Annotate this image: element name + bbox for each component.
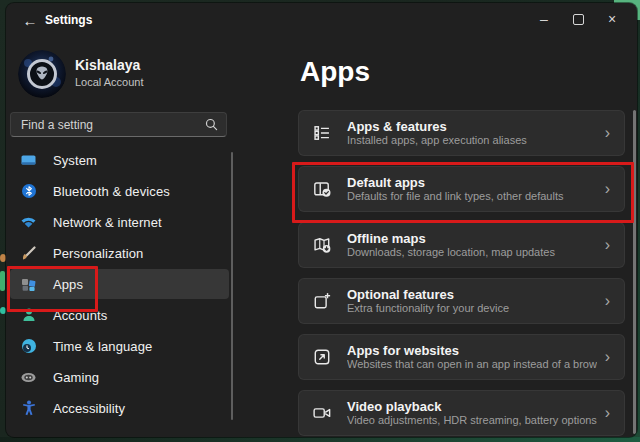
user-name: Kishalaya: [75, 57, 140, 73]
page-title: Apps: [300, 56, 370, 88]
annotation-box-sidebar-apps: [7, 266, 98, 312]
row-text: Apps for websites Websites that can open…: [347, 343, 597, 371]
search-input[interactable]: [19, 117, 205, 133]
desktop-artifact: [0, 271, 5, 291]
annotation-box-default-apps: [292, 162, 634, 223]
row-subtitle: Websites that can open in an app instead…: [347, 358, 597, 371]
search-box: [10, 112, 227, 137]
row-text: Optional features Extra functionality fo…: [347, 287, 597, 315]
search-icon: [205, 118, 218, 131]
chevron-right-icon: ›: [605, 237, 610, 253]
alien-avatar-image: [18, 50, 66, 98]
row-title: Apps for websites: [347, 343, 597, 358]
sidebar-item-label: Personalization: [53, 246, 143, 261]
sidebar-item-gaming[interactable]: Gaming: [10, 362, 229, 392]
sidebar-item-personalization[interactable]: Personalization: [10, 238, 229, 268]
window-title: Settings: [45, 13, 92, 27]
row-text: Video playback Video adjustments, HDR st…: [347, 399, 597, 427]
time-language-icon: [20, 338, 37, 355]
back-icon[interactable]: ←: [19, 10, 41, 30]
personalization-icon: [20, 245, 37, 262]
sidebar-item-time-language[interactable]: Time & language: [10, 331, 229, 361]
sidebar-item-system[interactable]: System: [10, 145, 229, 175]
row-subtitle: Installed apps, app execution aliases: [347, 134, 597, 147]
minimize-button[interactable]: –: [527, 7, 561, 31]
row-title: Optional features: [347, 287, 597, 302]
avatar[interactable]: [18, 50, 66, 98]
desktop-artifact: [0, 437, 640, 442]
row-apps-for-websites[interactable]: Apps for websites Websites that can open…: [298, 334, 625, 380]
sidebar-item-label: System: [53, 153, 97, 168]
row-offline-maps[interactable]: Offline maps Downloads, storage location…: [298, 222, 625, 268]
sidebar-item-label: Gaming: [53, 370, 99, 385]
row-subtitle: Video adjustments, HDR streaming, batter…: [347, 414, 597, 427]
row-title: Apps & features: [347, 119, 597, 134]
sidebar-item-bluetooth-devices[interactable]: Bluetooth & devices: [10, 176, 229, 206]
row-text: Offline maps Downloads, storage location…: [347, 231, 597, 259]
desktop-background: ← Settings – ×: [0, 0, 640, 442]
accessibility-icon: [20, 400, 37, 417]
close-button[interactable]: ×: [595, 7, 629, 31]
network-icon: [20, 214, 37, 231]
row-title: Offline maps: [347, 231, 597, 246]
main-scrollbar[interactable]: [633, 110, 636, 434]
row-apps-and-features[interactable]: Apps & features Installed apps, app exec…: [298, 110, 625, 156]
sidebar-item-label: Bluetooth & devices: [53, 184, 170, 199]
sidebar-item-label: Accessibility: [53, 401, 125, 416]
maximize-button[interactable]: [561, 7, 595, 31]
chevron-right-icon: ›: [605, 293, 610, 309]
user-account-type: Local Account: [75, 76, 144, 88]
sidebar-scrollbar[interactable]: [231, 152, 233, 420]
apps-for-websites-icon: [311, 346, 333, 368]
sidebar-item-label: Time & language: [53, 339, 152, 354]
row-subtitle: Downloads, storage location, map updates: [347, 246, 597, 259]
maximize-icon: [573, 14, 584, 25]
video-playback-icon: [311, 402, 333, 424]
row-optional-features[interactable]: Optional features Extra functionality fo…: [298, 278, 625, 324]
settings-list: Apps & features Installed apps, app exec…: [298, 110, 625, 436]
sidebar-item-label: Network & internet: [53, 215, 162, 230]
row-title: Video playback: [347, 399, 597, 414]
chevron-right-icon: ›: [605, 349, 610, 365]
window-controls: – ×: [527, 7, 629, 31]
chevron-right-icon: ›: [605, 125, 610, 141]
system-icon: [20, 152, 37, 169]
chevron-right-icon: ›: [605, 405, 610, 421]
bluetooth-icon: [20, 183, 37, 200]
optional-features-icon: [311, 290, 333, 312]
gaming-icon: [20, 369, 37, 386]
sidebar-item-accessibility[interactable]: Accessibility: [10, 393, 229, 423]
row-video-playback[interactable]: Video playback Video adjustments, HDR st…: [298, 390, 625, 436]
row-subtitle: Extra functionality for your device: [347, 302, 597, 315]
sidebar-item-network-internet[interactable]: Network & internet: [10, 207, 229, 237]
offline-maps-icon: [311, 234, 333, 256]
row-text: Apps & features Installed apps, app exec…: [347, 119, 597, 147]
apps-features-icon: [311, 122, 333, 144]
